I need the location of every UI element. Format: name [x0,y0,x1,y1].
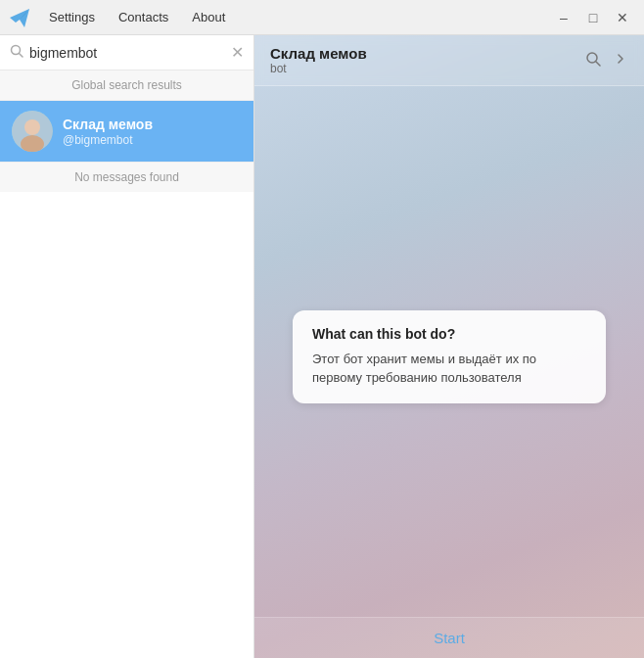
chat-panel: Склад мемов bot What [254,35,644,658]
menu-about[interactable]: About [182,6,235,28]
start-button[interactable]: Start [434,630,465,646]
close-button[interactable]: ✕ [609,7,636,28]
more-options-icon[interactable] [613,51,628,70]
contact-info: Склад мемов @bigmembot [63,117,242,147]
svg-line-8 [596,62,600,66]
contact-name: Склад мемов [63,117,242,132]
global-search-label: Global search results [0,70,253,101]
chat-subtitle: bot [270,62,585,75]
minimize-button[interactable]: – [550,7,577,28]
svg-line-3 [20,54,23,58]
bot-card-title: What can this bot do? [312,326,586,342]
contact-handle: @bigmembot [63,133,242,147]
app-logo [8,6,31,29]
bot-info-card: What can this bot do? Этот бот хранит ме… [293,310,606,403]
chat-header-actions [585,51,628,70]
chat-header-info: Склад мемов bot [270,45,585,75]
menu-contacts[interactable]: Contacts [109,6,178,28]
window-controls: – □ ✕ [550,7,636,28]
chat-title: Склад мемов [270,45,585,62]
maximize-button[interactable]: □ [579,7,607,28]
search-clear-button[interactable]: ✕ [231,43,244,62]
no-messages-label: No messages found [0,162,253,192]
search-bar: ✕ [0,35,253,70]
title-bar: Settings Contacts About – □ ✕ [0,0,644,35]
avatar [12,111,53,152]
search-chat-icon[interactable] [585,51,601,70]
svg-point-5 [24,119,40,135]
chat-header: Склад мемов bot [254,35,644,86]
chat-footer: Start [254,617,644,658]
search-icon [10,44,23,61]
app-body: ✕ Global search results Склад мемов @big… [0,35,644,658]
bot-card-text: Этот бот хранит мемы и выдаёт их по перв… [312,350,586,388]
svg-marker-0 [10,9,29,27]
menu-settings[interactable]: Settings [39,6,105,28]
menu-bar: Settings Contacts About [39,6,550,28]
chat-messages: What can this bot do? Этот бот хранит ме… [254,86,644,617]
contact-item[interactable]: Склад мемов @bigmembot [0,101,253,162]
search-input[interactable] [29,45,225,61]
sidebar: ✕ Global search results Склад мемов @big… [0,35,254,658]
